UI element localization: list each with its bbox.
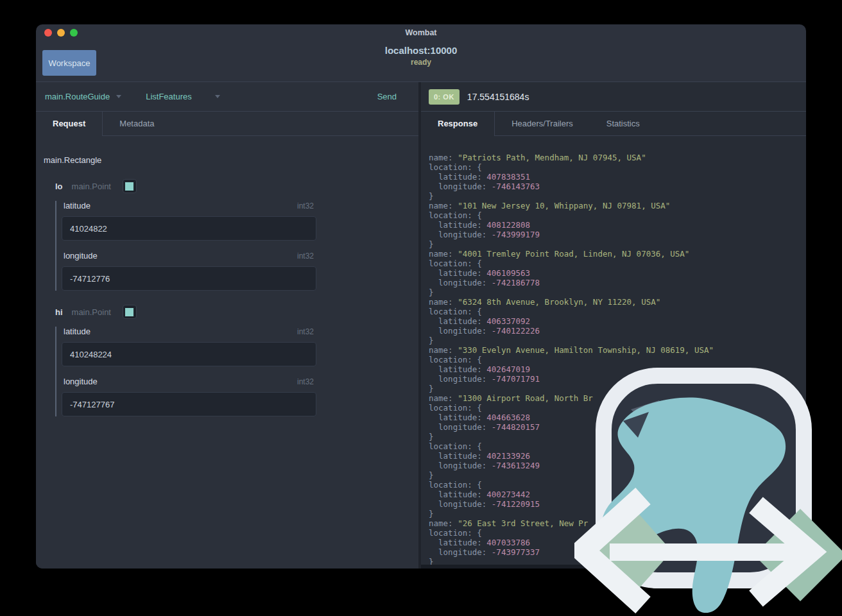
response-line: } xyxy=(429,384,803,393)
field-group-type: main.Point xyxy=(72,307,111,317)
response-token: -744820157 xyxy=(492,422,540,432)
response-line: location: { xyxy=(429,210,803,220)
response-token: name: xyxy=(429,201,458,210)
response-token: 404663628 xyxy=(486,413,530,422)
checkbox-fill xyxy=(125,182,133,191)
response-token: latitude: xyxy=(429,538,486,547)
response-line: } xyxy=(429,509,803,518)
response-token: "26 East 3rd Street, New Pr xyxy=(458,518,588,528)
response-token: location: xyxy=(429,480,477,490)
tab-headers-trailers[interactable]: Headers/Trailers xyxy=(495,112,590,135)
response-line: longitude: -744820157 xyxy=(429,422,803,432)
response-token: location: xyxy=(429,441,477,451)
response-line: } xyxy=(429,191,803,201)
response-token: "1300 Airport Road, North Br xyxy=(458,393,593,403)
response-token: } xyxy=(429,432,434,441)
response-token: longitude: xyxy=(429,326,492,336)
request-toolbar: main.RouteGuide ListFeatures Send xyxy=(36,82,418,112)
response-token: latitude: xyxy=(429,220,486,230)
field-label: latitude xyxy=(64,327,90,336)
connection-info: localhost:10000 ready xyxy=(36,45,806,67)
response-token: 406109563 xyxy=(486,268,530,278)
form-field-latitude: latitudeint32 xyxy=(62,327,411,366)
response-token: { xyxy=(477,355,482,364)
response-line: longitude: -743613249 xyxy=(429,461,803,470)
tab-response[interactable]: Response xyxy=(421,112,495,135)
field-group-fields: latitudeint32longitudeint32 xyxy=(55,327,411,416)
latitude-input[interactable] xyxy=(62,342,316,366)
longitude-input[interactable] xyxy=(62,392,316,416)
response-token: location: xyxy=(429,403,477,413)
field-label: longitude xyxy=(64,251,98,261)
field-header: longitudeint32 xyxy=(62,251,316,261)
response-token: { xyxy=(477,307,482,316)
response-token: } xyxy=(429,509,434,518)
response-line: location: { xyxy=(429,441,803,451)
response-token: -743999179 xyxy=(492,230,540,239)
response-line: longitude: -741220915 xyxy=(429,499,803,509)
response-token: -741220915 xyxy=(492,499,540,509)
tab-metadata[interactable]: Metadata xyxy=(103,112,171,135)
response-token: { xyxy=(477,528,482,538)
service-select[interactable]: main.RouteGuide xyxy=(45,92,121,101)
response-token: location: xyxy=(429,528,477,538)
response-token: } xyxy=(429,336,434,345)
response-line: longitude: -743977337 xyxy=(429,547,803,557)
response-token: } xyxy=(429,287,434,297)
method-select[interactable]: ListFeatures xyxy=(146,92,220,101)
response-line: } xyxy=(429,287,803,297)
response-token: -742186778 xyxy=(492,278,540,287)
response-line: latitude: 402647019 xyxy=(429,364,803,374)
titlebar: Wombat xyxy=(36,24,806,41)
response-token: "101 New Jersey 10, Whippany, NJ 07981, … xyxy=(458,201,670,210)
response-line: } xyxy=(429,432,803,441)
response-token: latitude: xyxy=(429,490,486,499)
response-output[interactable]: name: "Patriots Path, Mendham, NJ 07945,… xyxy=(421,136,806,569)
response-token: -746143763 xyxy=(492,182,540,191)
response-line: longitude: -742186778 xyxy=(429,278,803,287)
field-group-type: main.Point xyxy=(72,182,111,191)
response-token: 407033786 xyxy=(486,538,530,547)
chevron-down-icon xyxy=(116,95,121,98)
field-label: longitude xyxy=(64,377,98,386)
response-line: name: "6324 8th Avenue, Brooklyn, NY 112… xyxy=(429,297,803,307)
response-toolbar: 0: OK 17.554151684s xyxy=(421,82,806,112)
response-token: "4001 Tremley Point Road, Linden, NJ 070… xyxy=(458,249,689,259)
tab-statistics[interactable]: Statistics xyxy=(590,112,657,135)
field-group-checkbox[interactable] xyxy=(123,179,137,193)
field-type: int32 xyxy=(297,327,314,336)
method-select-value: ListFeatures xyxy=(146,92,192,101)
field-group-name: lo xyxy=(55,182,63,191)
tab-request[interactable]: Request xyxy=(36,112,103,135)
response-token: name: xyxy=(429,393,458,403)
send-button[interactable]: Send xyxy=(377,92,397,101)
field-type: int32 xyxy=(297,201,314,210)
form-field-longitude: longitudeint32 xyxy=(62,251,411,291)
longitude-input[interactable] xyxy=(62,266,316,291)
field-group-header: lomain.Point xyxy=(55,179,411,193)
response-scrollbar-track[interactable] xyxy=(421,565,806,569)
response-line: longitude: -747071791 xyxy=(429,374,803,384)
status-badge: 0: OK xyxy=(429,89,460,105)
form-field-latitude: latitudeint32 xyxy=(62,201,411,241)
response-line: latitude: 400273442 xyxy=(429,490,803,499)
response-line: latitude: 406337092 xyxy=(429,316,803,326)
field-group-header: himain.Point xyxy=(55,305,411,319)
response-token: { xyxy=(477,403,482,413)
response-token: longitude: xyxy=(429,230,492,239)
response-line: latitude: 407838351 xyxy=(429,172,803,182)
latitude-input[interactable] xyxy=(62,216,316,241)
response-line: name: "1300 Airport Road, North Br xyxy=(429,393,803,403)
response-token: name: xyxy=(429,153,458,162)
form-groups: lomain.Pointlatitudeint32longitudeint32h… xyxy=(44,179,411,416)
checkbox-fill xyxy=(125,308,133,316)
response-token: longitude: xyxy=(429,547,492,557)
response-panel: 0: OK 17.554151684s Response Headers/Tra… xyxy=(421,82,806,569)
response-line: name: "26 East 3rd Street, New Pr xyxy=(429,518,803,528)
chevron-down-icon xyxy=(215,95,220,98)
field-group-checkbox[interactable] xyxy=(123,305,137,319)
response-line: latitude: 407033786 xyxy=(429,538,803,547)
response-token: name: xyxy=(429,297,458,307)
response-token: name: xyxy=(429,345,458,355)
form-field-longitude: longitudeint32 xyxy=(62,377,411,416)
